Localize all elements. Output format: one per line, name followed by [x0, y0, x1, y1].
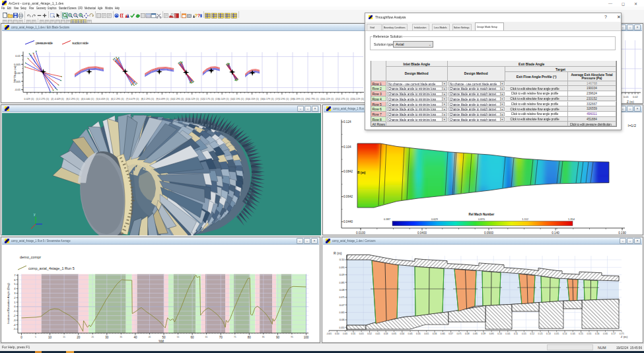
- svg-text:45: 45: [149, 336, 151, 338]
- svg-text:(5): (5): [96, 98, 98, 100]
- svg-text:50: 50: [162, 336, 166, 339]
- svg-text:0.029 (1): 0.029 (1): [24, 98, 34, 100]
- svg-text:(9): (9): [156, 98, 159, 100]
- svg-text:0.075: 0.075: [457, 333, 462, 335]
- svg-text:0.085: 0.085: [473, 333, 478, 335]
- svg-text:0.005: 0.005: [14, 63, 21, 66]
- svg-text:0.07: 0.07: [340, 303, 345, 307]
- svg-text:0.10: 0.10: [340, 258, 345, 261]
- svg-text:3: 3: [14, 292, 16, 295]
- svg-text:0.05: 0.05: [416, 333, 421, 335]
- svg-text:suction side: suction side: [72, 41, 89, 45]
- svg-text:2: 2: [14, 296, 16, 299]
- svg-text:0.0100: 0.0100: [356, 231, 365, 235]
- svg-text:0.085: 0.085: [340, 282, 345, 284]
- svg-text:0.0642: 0.0642: [343, 195, 353, 198]
- svg-text:0.0900: 0.0900: [484, 231, 493, 235]
- svg-text:80: 80: [248, 336, 252, 339]
- svg-text:0.11: 0.11: [514, 333, 518, 335]
- svg-text:(8): (8): [141, 98, 143, 100]
- svg-text:0.149 (1): 0.149 (1): [219, 98, 229, 100]
- svg-text:0.06: 0.06: [340, 318, 345, 321]
- svg-text:-0.01: -0.01: [15, 88, 21, 91]
- svg-text:90: 90: [276, 336, 280, 339]
- svg-text:0.059 (1): 0.059 (1): [99, 98, 109, 100]
- svg-text:0.075: 0.075: [340, 296, 345, 299]
- svg-text:2.295 (1): 2.295 (1): [144, 98, 154, 100]
- svg-text:0.159 (1): 0.159 (1): [249, 98, 259, 100]
- svg-text:25: 25: [91, 336, 94, 338]
- svg-text:pressure side: pressure side: [36, 41, 54, 45]
- svg-text:Rel Mach Number: Rel Mach Number: [469, 213, 495, 216]
- svg-text:0.045: 0.045: [408, 333, 413, 335]
- svg-text:0.08: 0.08: [340, 288, 345, 292]
- svg-text:0.13: 0.13: [546, 333, 551, 335]
- svg-text:0.005: 0.005: [343, 333, 347, 335]
- svg-text:95: 95: [291, 336, 293, 338]
- svg-text:55: 55: [177, 336, 180, 338]
- svg-text:85: 85: [262, 336, 265, 338]
- svg-text:0.10: 0.10: [497, 333, 502, 335]
- svg-text:0.055: 0.055: [424, 333, 429, 335]
- svg-text:6: 6: [14, 278, 16, 282]
- svg-text:0.015: 0.015: [359, 333, 364, 335]
- svg-text:0.040 (1): 0.040 (1): [84, 98, 94, 100]
- svg-text:-1: -1: [13, 309, 16, 313]
- svg-text:0.387: 0.387: [384, 217, 391, 221]
- svg-text:0.0842: 0.0842: [343, 170, 353, 173]
- svg-text:2.295 (1): 2.295 (1): [279, 98, 289, 100]
- svg-text:35: 35: [120, 336, 123, 338]
- svg-text:0.140: 0.140: [552, 231, 559, 235]
- svg-text:0.17: 0.17: [612, 333, 616, 335]
- svg-text:0.12: 0.12: [530, 333, 534, 335]
- svg-text:2.195 (1): 2.195 (1): [234, 98, 244, 100]
- svg-text:0.02: 0.02: [633, 95, 639, 98]
- svg-text:(7): (7): [126, 98, 129, 100]
- svg-text:65: 65: [205, 336, 208, 338]
- svg-text:2.175 (1): 2.175 (1): [204, 98, 214, 100]
- svg-text:100: 100: [304, 336, 309, 339]
- svg-text:0.02: 0.02: [367, 333, 372, 335]
- svg-text:0.0440: 0.0440: [343, 220, 353, 223]
- svg-text:60: 60: [191, 336, 195, 339]
- svg-text:15: 15: [63, 336, 65, 338]
- svg-text:R*Theta (m): R*Theta (m): [13, 65, 17, 81]
- svg-text:(3): (3): [66, 98, 69, 100]
- svg-text:0: 0: [14, 305, 16, 308]
- svg-text:0.15: 0.15: [579, 333, 583, 335]
- svg-text:0.09: 0.09: [340, 273, 345, 276]
- svg-text:Incidence/Deviation Angle (Deg: Incidence/Deviation Angle (Deg): [7, 283, 10, 324]
- svg-text:0.199 (1): 0.199 (1): [294, 98, 304, 100]
- svg-text:0.095: 0.095: [340, 266, 345, 269]
- svg-text:comp_axial_4stage_1 Run 5: comp_axial_4stage_1 Run 5: [28, 266, 75, 270]
- svg-text:0.135: 0.135: [554, 333, 559, 335]
- svg-text:0.125: 0.125: [538, 333, 543, 335]
- svg-text:0.01: 0.01: [624, 95, 629, 98]
- svg-text:-3: -3: [13, 319, 16, 322]
- svg-text:2.295 (1): 2.295 (1): [174, 98, 184, 100]
- svg-text:0.129 (1): 0.129 (1): [189, 98, 199, 100]
- svg-text:Z (m): Z (m): [621, 335, 628, 338]
- svg-text:0.629: 0.629: [431, 217, 439, 221]
- svg-text:2.275 (1): 2.275 (1): [39, 98, 49, 100]
- svg-text:0.08: 0.08: [465, 333, 470, 335]
- svg-text:(6): (6): [111, 98, 114, 100]
- svg-text:demo_compr: demo_compr: [20, 255, 41, 259]
- svg-text:0.099 (1): 0.099 (1): [159, 98, 169, 100]
- svg-text:-4: -4: [13, 323, 16, 327]
- svg-text:0.055: 0.055: [340, 327, 345, 329]
- svg-text:2.795 (1): 2.795 (1): [309, 98, 319, 100]
- svg-text:0.079 (1): 0.079 (1): [129, 98, 139, 100]
- svg-text:0.179 (1): 0.179 (1): [264, 98, 274, 100]
- svg-text:-0.029 (1): -0.029 (1): [54, 98, 64, 100]
- svg-text:0.229 (1): 0.229 (1): [354, 98, 364, 100]
- svg-text:0.190: 0.190: [618, 231, 626, 235]
- svg-text:70: 70: [219, 336, 223, 339]
- svg-text:10: 10: [48, 336, 52, 339]
- svg-text:0.0400: 0.0400: [417, 231, 427, 235]
- svg-text:-0.005: -0.005: [326, 333, 332, 335]
- svg-text:-5: -5: [13, 327, 16, 331]
- svg-text:1: 1: [14, 301, 16, 304]
- svg-text:0.115: 0.115: [522, 333, 526, 335]
- svg-text:0.145: 0.145: [571, 333, 575, 335]
